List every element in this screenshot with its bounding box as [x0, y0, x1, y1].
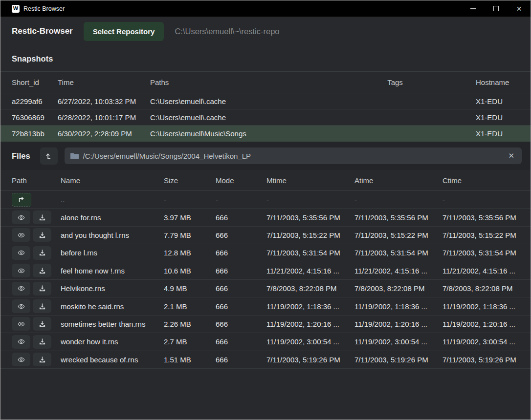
download-icon — [39, 338, 46, 345]
file-row: and you thought l.rns 7.79 MB 666 7/11/2… — [0, 227, 531, 244]
download-icon — [39, 267, 46, 274]
file-mode: - — [216, 195, 266, 204]
file-mode: 666 — [216, 302, 266, 311]
file-size: 2.7 MB — [164, 337, 216, 346]
download-icon — [39, 320, 46, 328]
file-row: before l.rns 12.8 MB 666 7/11/2003, 5:31… — [0, 244, 531, 262]
file-atime: 11/21/2002, 4:15:16 ... — [354, 267, 442, 275]
download-file-button[interactable] — [33, 210, 51, 224]
snapshot-row[interactable]: 76306869 6/28/2022, 10:01:17 PM C:\Users… — [0, 109, 531, 126]
preview-file-button[interactable] — [12, 228, 30, 242]
download-icon — [39, 356, 46, 363]
file-name: moskito he said.rns — [61, 302, 164, 311]
select-repository-button[interactable]: Select Repository — [84, 22, 164, 41]
column-header-name: Name — [61, 176, 164, 185]
download-file-button[interactable] — [33, 335, 51, 349]
file-atime: 7/8/2003, 8:22:08 PM — [354, 284, 442, 293]
download-file-button[interactable] — [33, 246, 51, 260]
close-button[interactable]: ✕ — [508, 0, 531, 17]
file-ctime: - — [442, 195, 519, 204]
file-mtime: 11/19/2002, 1:20:16 ... — [266, 320, 354, 328]
minimize-button[interactable] — [462, 0, 485, 17]
file-name: alone for.rns — [61, 213, 164, 222]
snapshot-short-id: 72b813bb — [12, 129, 58, 138]
download-file-button[interactable] — [33, 353, 51, 366]
snapshot-hostname: X1-EDU — [476, 129, 519, 138]
empty-area — [0, 369, 531, 420]
clear-path-icon[interactable]: ✕ — [507, 151, 516, 160]
column-header-tags: Tags — [314, 78, 476, 86]
file-row: sometimes better than.rns 2.26 MB 666 11… — [0, 315, 531, 333]
maximize-button[interactable] — [485, 0, 508, 17]
file-atime: 7/11/2003, 5:19:26 PM — [354, 356, 442, 364]
files-section-title: Files — [12, 151, 30, 161]
file-path-bar[interactable]: /C:/Users/emuell/Music/Songs/2004_Helvet… — [65, 147, 522, 164]
column-header-time: Time — [58, 78, 150, 86]
app-window: W Restic Browser ✕ Restic-Browser Select… — [0, 0, 531, 420]
file-atime: 11/19/2002, 1:20:16 ... — [354, 320, 442, 328]
file-atime: 7/11/2003, 5:35:56 PM — [354, 213, 442, 222]
column-header-paths: Paths — [150, 78, 314, 86]
eye-icon — [17, 249, 26, 256]
download-file-button[interactable] — [33, 264, 51, 277]
arrow-up-right-icon — [18, 196, 25, 203]
window-controls: ✕ — [462, 0, 531, 17]
file-atime: 7/11/2003, 5:15:22 PM — [354, 231, 442, 239]
titlebar: W Restic Browser ✕ — [0, 0, 531, 17]
download-file-button[interactable] — [33, 282, 51, 295]
preview-file-button[interactable] — [12, 282, 30, 295]
snapshot-time: 6/27/2022, 10:03:32 PM — [58, 97, 150, 105]
download-icon — [39, 249, 46, 256]
file-name: wonder how it.rns — [61, 337, 164, 346]
column-header-path: Path — [12, 176, 61, 185]
file-mtime: 11/19/2002, 1:18:36 ... — [266, 302, 354, 311]
download-icon — [39, 231, 46, 239]
eye-icon — [17, 356, 26, 363]
preview-file-button[interactable] — [12, 317, 30, 331]
close-icon: ✕ — [516, 5, 522, 12]
preview-file-button[interactable] — [12, 246, 30, 260]
snapshot-paths: C:\Users\emuell\Music\Songs — [150, 129, 314, 138]
eye-icon — [17, 320, 26, 328]
file-name: and you thought l.rns — [61, 231, 164, 239]
parent-directory-row: .. - - - - - — [0, 191, 531, 209]
file-name: wrecked because of.rns — [61, 356, 164, 364]
file-atime: - — [354, 195, 442, 204]
snapshot-row-selected[interactable]: 72b813bb 6/30/2022, 2:28:09 PM C:\Users\… — [0, 126, 531, 142]
navigate-up-button[interactable] — [12, 193, 31, 207]
file-size: 4.9 MB — [164, 284, 216, 293]
file-mode: 666 — [216, 284, 266, 293]
snapshot-short-id: 76306869 — [12, 113, 58, 122]
column-header-size: Size — [164, 176, 216, 185]
download-file-button[interactable] — [33, 317, 51, 331]
folder-icon — [70, 152, 79, 159]
file-name: .. — [61, 195, 164, 204]
file-mtime: 7/8/2003, 8:22:08 PM — [266, 284, 354, 293]
preview-file-button[interactable] — [12, 335, 30, 349]
file-row: wonder how it.rns 2.7 MB 666 11/19/2002,… — [0, 333, 531, 351]
preview-file-button[interactable] — [12, 264, 30, 277]
column-header-short-id: Short_id — [12, 78, 58, 86]
snapshot-row[interactable]: a2299af6 6/27/2022, 10:03:32 PM C:\Users… — [0, 93, 531, 109]
download-icon — [39, 214, 46, 221]
download-file-button[interactable] — [33, 299, 51, 313]
go-to-parent-button[interactable] — [40, 147, 58, 165]
preview-file-button[interactable] — [12, 299, 30, 313]
snapshot-hostname: X1-EDU — [476, 113, 519, 122]
snapshot-paths: C:\Users\emuell\.cache — [150, 113, 314, 122]
app-header: Restic-Browser Select Repository C:\User… — [0, 17, 531, 46]
file-ctime: 7/11/2003, 5:31:54 PM — [442, 249, 519, 257]
file-size: 3.97 MB — [164, 213, 216, 222]
column-header-ctime: Ctime — [442, 176, 519, 185]
snapshot-hostname: X1-EDU — [476, 97, 519, 105]
download-file-button[interactable] — [33, 228, 51, 242]
file-mtime: 7/11/2003, 5:35:56 PM — [266, 213, 354, 222]
file-mode: 666 — [216, 267, 266, 275]
file-atime: 11/19/2002, 3:00:54 ... — [354, 337, 442, 346]
column-header-hostname: Hostname — [476, 78, 519, 86]
file-row: alone for.rns 3.97 MB 666 7/11/2003, 5:3… — [0, 209, 531, 226]
file-row: wrecked because of.rns 1.51 MB 666 7/11/… — [0, 351, 531, 369]
preview-file-button[interactable] — [12, 353, 30, 366]
level-up-icon — [45, 152, 53, 160]
preview-file-button[interactable] — [12, 210, 30, 224]
